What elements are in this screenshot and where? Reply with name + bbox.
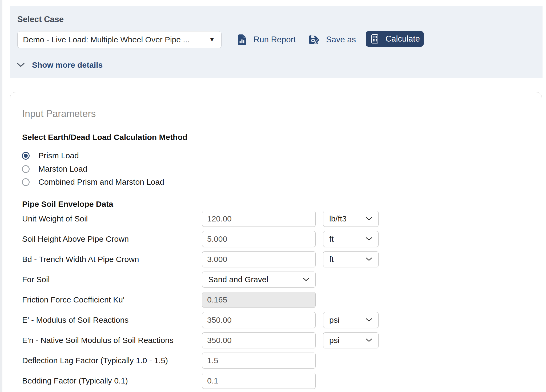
calculate-label: Calculate: [386, 34, 420, 44]
form-row: Friction Force Coefficient Ku': [10, 292, 542, 308]
friction-coefficient-input: [202, 292, 316, 308]
field-label: Bd - Trench Width At Pipe Crown: [22, 251, 139, 267]
form-row: E'n - Native Soil Modulus of Soil Reacti…: [10, 332, 542, 348]
form-row: For Soil Sand and Gravel: [10, 272, 542, 288]
radio-option-prism-load[interactable]: Prism Load: [22, 150, 79, 161]
file-chart-icon: [237, 34, 247, 46]
show-more-details-label: Show more details: [32, 60, 103, 70]
save-as-label: Save as: [326, 35, 356, 45]
method-section-title: Select Earth/Dead Load Calculation Metho…: [22, 133, 187, 142]
radio-option-marston-load[interactable]: Marston Load: [22, 164, 87, 174]
chevron-down-icon: [303, 277, 310, 282]
chevron-down-icon: [366, 318, 372, 322]
chevron-down-icon: [366, 257, 372, 261]
field-label: E' - Modulus of Soil Reactions: [22, 312, 129, 328]
field-label: Unit Weight of Soil: [22, 211, 88, 227]
field-label: For Soil: [22, 272, 50, 288]
en-native-modulus-unit-select[interactable]: psi: [323, 332, 379, 348]
chevron-down-icon: [366, 338, 372, 342]
chevron-down-icon: [17, 62, 25, 68]
soil-height-input[interactable]: [202, 231, 316, 247]
radio-icon[interactable]: [22, 152, 30, 160]
input-parameters-card: Input Parameters Select Earth/Dead Load …: [10, 92, 542, 392]
radio-icon[interactable]: [22, 178, 30, 186]
trench-width-input[interactable]: [202, 251, 316, 267]
e-modulus-unit-select[interactable]: psi: [323, 312, 379, 328]
for-soil-select[interactable]: Sand and Gravel: [202, 272, 316, 288]
show-more-details-toggle[interactable]: Show more details: [17, 59, 103, 71]
e-modulus-input[interactable]: [202, 312, 316, 328]
deflection-lag-input[interactable]: [202, 353, 316, 369]
form-row: E' - Modulus of Soil Reactions psi: [10, 312, 542, 328]
case-dropdown[interactable]: Demo - Live Load: Multiple Wheel Over Pi…: [17, 31, 222, 48]
caret-down-icon: ▼: [209, 36, 215, 43]
bedding-factor-input[interactable]: [202, 373, 316, 389]
run-report-button[interactable]: Run Report: [237, 31, 296, 48]
soil-height-unit-select[interactable]: ft: [323, 231, 379, 247]
calculate-button[interactable]: Calculate: [366, 31, 424, 47]
pipe-soil-section-title: Pipe Soil Envelope Data: [22, 200, 113, 209]
select-case-panel: Select Case Demo - Live Load: Multiple W…: [10, 6, 543, 78]
floppy-pencil-icon: [308, 34, 319, 46]
page-edge-strip: [0, 0, 2, 392]
radio-option-combined-load[interactable]: Combined Prism and Marston Load: [22, 177, 164, 187]
field-label: Bedding Factor (Typically 0.1): [22, 373, 128, 389]
select-case-heading: Select Case: [17, 15, 64, 24]
unit-weight-unit-select[interactable]: lb/ft3: [323, 211, 379, 227]
field-label: Soil Height Above Pipe Crown: [22, 231, 129, 247]
form-row: Unit Weight of Soil lb/ft3: [10, 211, 542, 227]
chevron-down-icon: [366, 217, 372, 221]
trench-width-unit-select[interactable]: ft: [323, 251, 379, 267]
field-label: Friction Force Coefficient Ku': [22, 292, 125, 308]
radio-icon[interactable]: [22, 165, 30, 173]
card-title: Input Parameters: [22, 108, 96, 119]
save-as-button[interactable]: Save as: [308, 31, 356, 48]
form-row: Bd - Trench Width At Pipe Crown ft: [10, 251, 542, 267]
field-label: Deflection Lag Factor (Typically 1.0 - 1…: [22, 353, 168, 369]
calculator-icon: [370, 34, 380, 44]
unit-weight-input[interactable]: [202, 211, 316, 227]
form-row: Bedding Factor (Typically 0.1): [10, 373, 542, 389]
field-label: E'n - Native Soil Modulus of Soil Reacti…: [22, 332, 174, 348]
case-dropdown-value: Demo - Live Load: Multiple Wheel Over Pi…: [23, 35, 206, 44]
en-native-modulus-input[interactable]: [202, 332, 316, 348]
form-row: Deflection Lag Factor (Typically 1.0 - 1…: [10, 353, 542, 369]
chevron-down-icon: [366, 237, 372, 241]
run-report-label: Run Report: [254, 35, 296, 45]
form-row: Soil Height Above Pipe Crown ft: [10, 231, 542, 247]
